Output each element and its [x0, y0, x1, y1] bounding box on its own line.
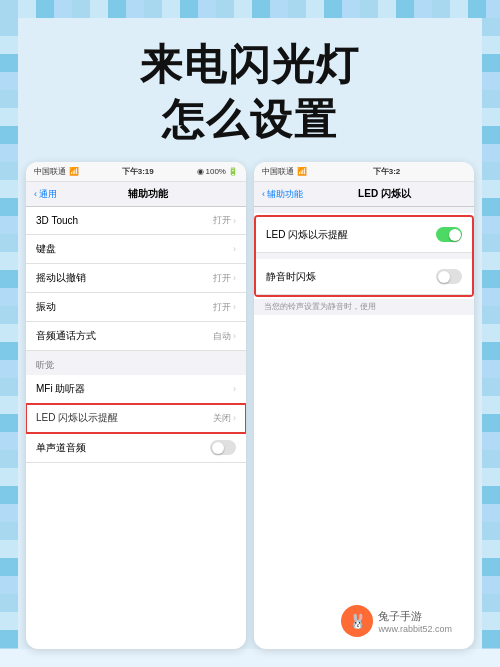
phone2-back-button[interactable]: ‹ 辅助功能 — [262, 188, 303, 201]
logo-icon-text: 🐰 — [349, 613, 366, 629]
main-title: 来电闪光灯 怎么设置 — [140, 38, 360, 147]
led-item-label1: LED 闪烁以示提醒 — [266, 228, 348, 242]
chevron-icon: › — [233, 216, 236, 226]
led-settings-box: LED 闪烁以示提醒 静音时闪烁 — [254, 215, 474, 297]
phone1-battery: 100% — [206, 167, 226, 176]
phone2-mockup: 中国联通 📶 下午3:2 ‹ 辅助功能 LED 闪烁以 — [254, 162, 474, 649]
list-item-silent-flash[interactable]: 静音时闪烁 — [256, 259, 472, 295]
phone2-carrier: 中国联通 — [262, 166, 294, 177]
item-label-led: LED 闪烁以示提醒 — [36, 411, 118, 425]
led-hint-text: 当您的铃声设置为静音时，使用 — [254, 299, 474, 315]
title-section: 来电闪光灯 怎么设置 — [130, 18, 370, 162]
phone2-back-label: 辅助功能 — [267, 188, 303, 201]
phone2-spacer — [254, 207, 474, 213]
phone1-back-button[interactable]: ‹ 通用 — [34, 188, 57, 201]
phone1-time: 下午3:19 — [122, 166, 154, 177]
top-border — [0, 0, 500, 18]
phone2-wifi-icon: 📶 — [297, 167, 307, 176]
logo-line2: www.rabbit52.com — [378, 624, 452, 634]
phone1-back-label: 通用 — [39, 188, 57, 201]
chevron-icon: › — [233, 331, 236, 341]
chevron-icon: › — [233, 384, 236, 394]
phone2-nav-title: LED 闪烁以 — [303, 187, 466, 201]
item-label-keyboard: 键盘 — [36, 242, 56, 256]
item-value-shake: 打开 › — [213, 272, 236, 285]
mono-toggle[interactable] — [210, 440, 236, 455]
phone2-status-left: 中国联通 📶 — [262, 166, 307, 177]
phone1-status-bar: 中国联通 📶 下午3:19 ◉ 100% 🔋 — [26, 162, 246, 182]
content-area: 来电闪光灯 怎么设置 中国联通 📶 下午3:19 ◉ 100% 🔋 — [18, 18, 482, 649]
list-item-led-toggle[interactable]: LED 闪烁以示提醒 — [256, 217, 472, 253]
phone1-section-header: 听觉 — [26, 351, 246, 375]
phone1-status-right: ◉ 100% 🔋 — [197, 167, 238, 176]
logo-line1: 兔子手游 — [378, 609, 452, 624]
phone1-settings-list2: MFi 助听器 › LED 闪烁以示提醒 关闭 › 单声道音频 — [26, 375, 246, 463]
phone1-battery-icon: 🔋 — [228, 167, 238, 176]
title-line2: 怎么设置 — [140, 93, 360, 148]
led-item-label2: 静音时闪烁 — [266, 270, 316, 284]
item-value-mono — [210, 440, 236, 455]
chevron-icon: › — [233, 273, 236, 283]
item-value-vibration: 打开 › — [213, 301, 236, 314]
chevron-icon: › — [233, 302, 236, 312]
item-label-mono: 单声道音频 — [36, 441, 86, 455]
phones-container: 中国联通 📶 下午3:19 ◉ 100% 🔋 ‹ 通用 辅助功能 — [26, 162, 474, 649]
phone1-carrier: 中国联通 — [34, 166, 66, 177]
logo-text: 兔子手游 www.rabbit52.com — [378, 609, 452, 634]
phone2-nav-bar: ‹ 辅助功能 LED 闪烁以 — [254, 182, 474, 207]
list-item[interactable]: 键盘 › — [26, 235, 246, 264]
phone1-nav-title: 辅助功能 — [57, 187, 238, 201]
item-value-mfi: › — [233, 384, 236, 394]
bottom-logo: 🐰 兔子手游 www.rabbit52.com — [341, 605, 452, 637]
silent-flash-toggle[interactable] — [436, 269, 462, 284]
phone2-time: 下午3:2 — [373, 166, 401, 177]
section-label-hearing: 听觉 — [36, 360, 54, 370]
phone1-settings-list: 3D Touch 打开 › 键盘 › 摇动以撤销 打开 › — [26, 207, 246, 351]
item-value-led: 关闭 › — [213, 412, 236, 425]
phone2-status-bar: 中国联通 📶 下午3:2 — [254, 162, 474, 182]
item-value-3dtouch: 打开 › — [213, 214, 236, 227]
phone1-nav-bar: ‹ 通用 辅助功能 — [26, 182, 246, 207]
list-item[interactable]: 摇动以撤销 打开 › — [26, 264, 246, 293]
left-border — [0, 18, 18, 649]
list-item-mono[interactable]: 单声道音频 — [26, 433, 246, 463]
list-item[interactable]: 3D Touch 打开 › — [26, 207, 246, 235]
chevron-icon: › — [233, 413, 236, 423]
led-toggle-on[interactable] — [436, 227, 462, 242]
logo-icon: 🐰 — [341, 605, 373, 637]
phone1-status-left: 中国联通 📶 — [34, 166, 79, 177]
phone1-back-chevron: ‹ — [34, 189, 37, 199]
phone1-wifi-icon: 📶 — [69, 167, 79, 176]
list-item[interactable]: MFi 助听器 › — [26, 375, 246, 404]
item-label-shake: 摇动以撤销 — [36, 271, 86, 285]
list-item[interactable]: 振动 打开 › — [26, 293, 246, 322]
item-value-keyboard: › — [233, 244, 236, 254]
right-border — [482, 18, 500, 649]
chevron-icon: › — [233, 244, 236, 254]
list-item[interactable]: 音频通话方式 自动 › — [26, 322, 246, 351]
item-label-mfi: MFi 助听器 — [36, 382, 85, 396]
item-value-audio: 自动 › — [213, 330, 236, 343]
phone1-mockup: 中国联通 📶 下午3:19 ◉ 100% 🔋 ‹ 通用 辅助功能 — [26, 162, 246, 649]
item-label-3dtouch: 3D Touch — [36, 215, 78, 226]
phone2-back-chevron: ‹ — [262, 189, 265, 199]
item-label-audio: 音频通话方式 — [36, 329, 96, 343]
item-label-vibration: 振动 — [36, 300, 56, 314]
phone1-location-icon: ◉ — [197, 167, 204, 176]
list-item-led-highlighted[interactable]: LED 闪烁以示提醒 关闭 › — [26, 404, 246, 433]
title-line1: 来电闪光灯 — [140, 38, 360, 93]
